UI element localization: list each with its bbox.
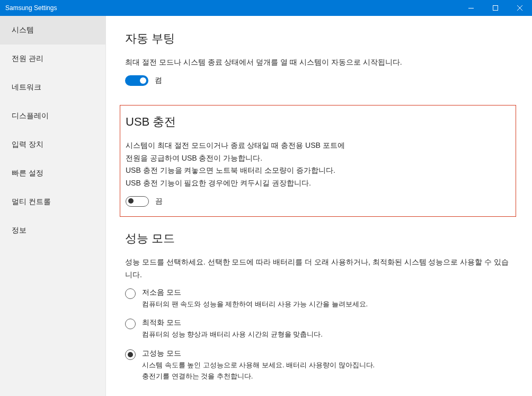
auto-boot-desc: 최대 절전 모드나 시스템 종료 상태에서 덮개를 열 때 시스템이 자동으로 … — [125, 56, 511, 69]
perf-mode-option-optimized[interactable]: 최적화 모드 컴퓨터의 성능 향상과 배터리 사용 시간의 균형을 맞춥니다. — [125, 318, 511, 340]
radio-label: 저소음 모드 — [142, 288, 511, 297]
main-content: 자동 부팅 최대 절전 모드나 시스템 종료 상태에서 덮개를 열 때 시스템이… — [106, 16, 532, 396]
svg-rect-1 — [493, 6, 498, 11]
maximize-button[interactable] — [483, 0, 508, 16]
perf-mode-desc: 성능 모드를 선택하세요. 선택한 모드에 따라 배터리를 더 오래 사용하거나… — [125, 256, 511, 281]
sidebar-item-multicontrol[interactable]: 멀티 컨트롤 — [0, 188, 105, 216]
sidebar-item-power[interactable]: 전원 관리 — [0, 45, 105, 73]
usb-charging-section: USB 충전 시스템이 최대 절전 모드이거나 종료 상태일 때 충전용 USB… — [120, 105, 516, 217]
perf-mode-title: 성능 모드 — [125, 231, 511, 247]
radio-label: 최적화 모드 — [142, 318, 511, 328]
radio-desc: 시스템 속도를 높인 고성능으로 사용해 보세요. 배터리 사용량이 많아집니다… — [142, 360, 511, 382]
sidebar-item-quick[interactable]: 빠른 설정 — [0, 159, 105, 188]
window-titlebar: Samsung Settings — [0, 0, 532, 16]
sidebar-item-network[interactable]: 네트워크 — [0, 73, 105, 102]
svg-rect-0 — [468, 8, 474, 8]
sidebar-item-system[interactable]: 시스템 — [0, 16, 105, 45]
radio-label: 고성능 모드 — [142, 349, 511, 358]
radio-desc: 컴퓨터의 팬 속도와 성능을 제한하여 배터리 사용 가능 시간을 늘려보세요. — [142, 299, 511, 310]
sidebar-item-label: 빠른 설정 — [12, 169, 43, 177]
auto-boot-section: 자동 부팅 최대 절전 모드나 시스템 종료 상태에서 덮개를 열 때 시스템이… — [125, 31, 511, 86]
close-icon — [517, 5, 522, 11]
maximize-icon — [493, 5, 498, 11]
radio-desc: 컴퓨터의 성능 향상과 배터리 사용 시간의 균형을 맞춥니다. — [142, 329, 511, 340]
sidebar-item-display[interactable]: 디스플레이 — [0, 102, 105, 130]
sidebar-item-label: 시스템 — [12, 25, 34, 34]
sidebar-item-info[interactable]: 정보 — [0, 216, 105, 245]
radio-icon — [125, 349, 136, 360]
radio-content: 저소음 모드 컴퓨터의 팬 속도와 성능을 제한하여 배터리 사용 가능 시간을… — [142, 288, 511, 310]
usb-charging-title: USB 충전 — [126, 114, 510, 130]
sidebar-item-label: 디스플레이 — [12, 111, 49, 120]
sidebar-item-label: 입력 장치 — [12, 140, 43, 148]
usb-charging-desc: 시스템이 최대 절전 모드이거나 종료 상태일 때 충전용 USB 포트에 전원… — [126, 139, 510, 190]
perf-mode-option-quiet[interactable]: 저소음 모드 컴퓨터의 팬 속도와 성능을 제한하여 배터리 사용 가능 시간을… — [125, 288, 511, 310]
sidebar-item-label: 정보 — [12, 226, 26, 234]
usb-charging-toggle-label: 끔 — [155, 197, 163, 206]
close-button[interactable] — [508, 0, 532, 16]
radio-icon — [125, 319, 136, 329]
window-title: Samsung Settings — [5, 4, 57, 12]
minimize-icon — [468, 8, 474, 8]
minimize-button[interactable] — [459, 0, 483, 16]
auto-boot-toggle-row: 켬 — [125, 75, 511, 86]
window-controls — [459, 0, 532, 16]
usb-charging-toggle-row: 끔 — [126, 196, 510, 207]
sidebar-item-label: 네트워크 — [12, 83, 41, 91]
usb-charging-toggle[interactable] — [126, 196, 149, 207]
sidebar-item-label: 전원 관리 — [12, 54, 43, 63]
perf-mode-section: 성능 모드 성능 모드를 선택하세요. 선택한 모드에 따라 배터리를 더 오래… — [125, 231, 511, 382]
sidebar-item-label: 멀티 컨트롤 — [12, 197, 51, 206]
auto-boot-title: 자동 부팅 — [125, 31, 511, 47]
auto-boot-toggle-label: 켬 — [155, 76, 162, 85]
perf-mode-option-high[interactable]: 고성능 모드 시스템 속도를 높인 고성능으로 사용해 보세요. 배터리 사용량… — [125, 349, 511, 382]
sidebar: 시스템 전원 관리 네트워크 디스플레이 입력 장치 빠른 설정 멀티 컨트롤 … — [0, 16, 106, 396]
radio-icon — [125, 288, 136, 299]
radio-content: 고성능 모드 시스템 속도를 높인 고성능으로 사용해 보세요. 배터리 사용량… — [142, 349, 511, 382]
perf-mode-radio-group: 저소음 모드 컴퓨터의 팬 속도와 성능을 제한하여 배터리 사용 가능 시간을… — [125, 288, 511, 382]
radio-content: 최적화 모드 컴퓨터의 성능 향상과 배터리 사용 시간의 균형을 맞춥니다. — [142, 318, 511, 340]
auto-boot-toggle[interactable] — [125, 75, 148, 86]
sidebar-item-input[interactable]: 입력 장치 — [0, 130, 105, 159]
app-container: 시스템 전원 관리 네트워크 디스플레이 입력 장치 빠른 설정 멀티 컨트롤 … — [0, 16, 532, 396]
